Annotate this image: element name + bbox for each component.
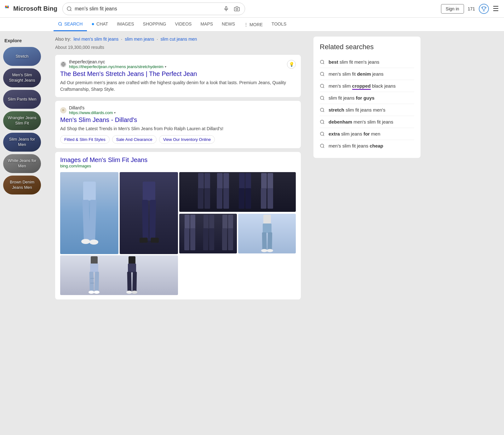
search-icon-rs1 [320,60,325,65]
images-grid [60,172,296,295]
nav-tabs: SEARCH ● CHAT IMAGES SHOPPING VIDEOS MAP… [0,18,504,32]
svg-rect-67 [129,256,135,264]
related-text-3: men's slim cropped black jeans [329,83,396,89]
signin-button[interactable]: Sign in [441,4,464,14]
related-item-7[interactable]: extra slim jeans for men [320,128,414,140]
tab-maps[interactable]: MAPS [196,18,217,31]
svg-rect-8 [226,6,227,9]
explore-item-brown[interactable]: Brown Denim Jeans Men [3,176,41,194]
svg-rect-48 [209,228,214,250]
svg-rect-30 [223,173,229,189]
also-try-link-3[interactable]: slim cut jeans men [160,37,197,42]
svg-point-19 [89,240,98,245]
svg-rect-17 [89,200,96,241]
svg-rect-21 [142,200,148,241]
tab-videos[interactable]: VIDEOS [170,18,196,31]
svg-rect-16 [82,200,90,241]
result-title-2[interactable]: Men's Slim Jeans - Dillard's [60,116,296,124]
svg-rect-26 [204,173,210,189]
site-favicon-1 [60,61,66,67]
url-dropdown-2[interactable]: ▾ [114,111,116,114]
reward-count: 171 [468,6,475,11]
svg-rect-59 [91,256,98,264]
related-item-4[interactable]: slim fit jeans for guys [320,92,414,104]
svg-rect-28 [204,188,210,209]
search-input[interactable] [75,6,222,12]
images-section-title[interactable]: Images of Men's Slim Fit Jeans [60,156,147,163]
related-item-2[interactable]: men's slim fit denim jeans [320,68,414,80]
svg-line-82 [323,111,324,112]
reward-icon[interactable] [479,4,489,14]
svg-rect-33 [239,173,245,189]
tab-shopping[interactable]: SHOPPING [139,18,171,31]
svg-rect-46 [209,215,214,229]
result-title-1[interactable]: The Best Men's Stretch Jeans | The Perfe… [60,70,296,78]
svg-rect-0 [5,6,6,7]
search-tab-icon [58,22,62,26]
site-name-2: Dillard's [69,105,116,110]
svg-rect-27 [198,188,203,209]
related-item-5[interactable]: stretch slim fit jeans men's [320,104,414,116]
svg-rect-25 [198,173,204,189]
explore-item-wrangler[interactable]: Wrangler Jeans Slim Fit [3,111,41,130]
hamburger-menu[interactable]: ☰ [493,5,499,13]
svg-rect-62 [94,272,99,292]
sitelink-inventory[interactable]: View Our Inventory Online [159,135,215,144]
related-item-1[interactable]: best slim fit men's jeans [320,56,414,68]
search-icon-rs7 [320,131,325,136]
tab-images[interactable]: IMAGES [112,18,138,31]
search-icon-rs8 [320,143,325,148]
tab-search[interactable]: SEARCH [54,18,87,31]
tab-tools[interactable]: TOOLS [267,18,291,31]
content-area: Also try: levi men's slim fit jeans · sl… [49,32,307,308]
svg-rect-34 [245,173,251,189]
explore-item-slim-for-men[interactable]: Slim Jeans for Men [3,133,41,152]
related-item-3[interactable]: men's slim cropped black jeans [320,80,414,92]
svg-rect-56 [267,232,272,251]
sitelink-fitted[interactable]: Fitted & Slim Fit Styles [60,135,110,144]
explore-title: Explore [3,38,46,43]
image-6[interactable] [60,255,178,295]
svg-rect-36 [245,188,251,209]
also-try-link-2[interactable]: slim men jeans [125,37,154,42]
explore-item-white[interactable]: White Jeans for Men [3,154,41,173]
lightbulb-button-1[interactable]: 💡 [287,60,296,69]
image-3[interactable] [179,172,296,212]
globe-icon [61,62,66,67]
related-item-8[interactable]: men's slim fit jeans cheap [320,140,414,152]
sitelink-sale[interactable]: Sale And Clearance [112,135,157,144]
image-4[interactable] [179,214,237,253]
tab-news[interactable]: NEWS [217,18,239,31]
svg-line-84 [323,123,324,124]
explore-sidebar: Explore Stretch Men's Slim Straight Jean… [0,32,49,308]
svg-point-87 [320,144,324,148]
image-1[interactable] [60,172,118,254]
related-text-6: debenham men's slim fit jeans [329,119,393,125]
svg-rect-52 [228,228,233,250]
explore-item-stretch[interactable]: Stretch [3,47,41,66]
also-try-link-1[interactable]: levi men's slim fit jeans [74,37,119,42]
related-item-6[interactable]: debenham men's slim fit jeans [320,116,414,128]
explore-item-slim-straight[interactable]: Men's Slim Straight Jeans [3,68,41,87]
jeans-svg-2 [138,182,160,245]
result-card-1: theperfectjean.nyc https://theperfectjea… [55,55,301,97]
svg-rect-23 [139,238,148,243]
more-menu[interactable]: ⋮ MORE [239,18,267,31]
microphone-button[interactable] [222,5,230,13]
result-sitelinks-2: Fitted & Slim Fit Styles Sale And Cleara… [60,135,296,144]
svg-rect-5 [8,7,9,8]
images-source[interactable]: bing.com/images [60,164,296,168]
svg-rect-3 [5,7,6,8]
svg-point-65 [89,291,94,294]
explore-item-slim-pants[interactable]: Slim Pants Men [3,90,41,109]
camera-button[interactable] [233,5,241,13]
url-dropdown-1[interactable]: ▾ [165,65,166,68]
image-5[interactable] [238,214,296,253]
search-box[interactable] [62,3,245,15]
bing-logo[interactable]: Microsoft Bing [5,5,57,12]
image-2[interactable] [120,172,178,254]
svg-point-79 [320,96,324,100]
tab-chat[interactable]: ● CHAT [87,18,112,31]
header-right: Sign in 171 ☰ [441,4,499,14]
svg-point-18 [81,239,90,244]
